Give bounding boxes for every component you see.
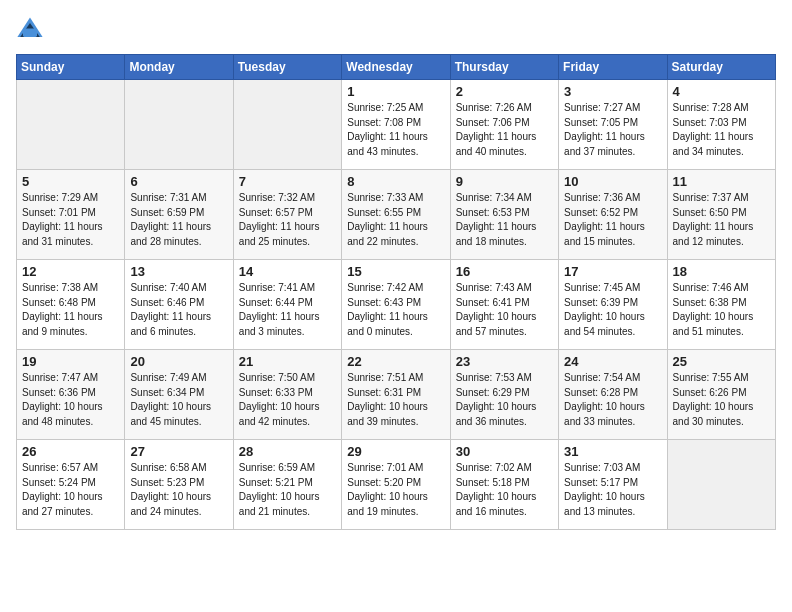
day-info: Sunrise: 7:55 AM Sunset: 6:26 PM Dayligh…	[673, 371, 770, 429]
day-number: 6	[130, 174, 227, 189]
calendar-week-4: 19Sunrise: 7:47 AM Sunset: 6:36 PM Dayli…	[17, 350, 776, 440]
day-info: Sunrise: 7:46 AM Sunset: 6:38 PM Dayligh…	[673, 281, 770, 339]
calendar-cell: 15Sunrise: 7:42 AM Sunset: 6:43 PM Dayli…	[342, 260, 450, 350]
day-info: Sunrise: 7:02 AM Sunset: 5:18 PM Dayligh…	[456, 461, 553, 519]
calendar-cell: 23Sunrise: 7:53 AM Sunset: 6:29 PM Dayli…	[450, 350, 558, 440]
weekday-header-friday: Friday	[559, 55, 667, 80]
calendar-cell: 28Sunrise: 6:59 AM Sunset: 5:21 PM Dayli…	[233, 440, 341, 530]
day-number: 28	[239, 444, 336, 459]
day-number: 21	[239, 354, 336, 369]
day-info: Sunrise: 7:34 AM Sunset: 6:53 PM Dayligh…	[456, 191, 553, 249]
calendar-cell: 8Sunrise: 7:33 AM Sunset: 6:55 PM Daylig…	[342, 170, 450, 260]
day-info: Sunrise: 7:38 AM Sunset: 6:48 PM Dayligh…	[22, 281, 119, 339]
day-number: 22	[347, 354, 444, 369]
day-info: Sunrise: 7:45 AM Sunset: 6:39 PM Dayligh…	[564, 281, 661, 339]
calendar-cell: 4Sunrise: 7:28 AM Sunset: 7:03 PM Daylig…	[667, 80, 775, 170]
calendar-cell: 27Sunrise: 6:58 AM Sunset: 5:23 PM Dayli…	[125, 440, 233, 530]
day-info: Sunrise: 7:33 AM Sunset: 6:55 PM Dayligh…	[347, 191, 444, 249]
calendar-cell: 7Sunrise: 7:32 AM Sunset: 6:57 PM Daylig…	[233, 170, 341, 260]
day-info: Sunrise: 6:58 AM Sunset: 5:23 PM Dayligh…	[130, 461, 227, 519]
page-header	[16, 16, 776, 44]
day-number: 24	[564, 354, 661, 369]
day-info: Sunrise: 7:43 AM Sunset: 6:41 PM Dayligh…	[456, 281, 553, 339]
day-info: Sunrise: 7:51 AM Sunset: 6:31 PM Dayligh…	[347, 371, 444, 429]
calendar-cell: 30Sunrise: 7:02 AM Sunset: 5:18 PM Dayli…	[450, 440, 558, 530]
day-number: 12	[22, 264, 119, 279]
day-number: 16	[456, 264, 553, 279]
day-number: 8	[347, 174, 444, 189]
calendar-table: SundayMondayTuesdayWednesdayThursdayFrid…	[16, 54, 776, 530]
calendar-week-2: 5Sunrise: 7:29 AM Sunset: 7:01 PM Daylig…	[17, 170, 776, 260]
day-number: 4	[673, 84, 770, 99]
day-number: 26	[22, 444, 119, 459]
day-number: 17	[564, 264, 661, 279]
weekday-header-sunday: Sunday	[17, 55, 125, 80]
day-info: Sunrise: 7:27 AM Sunset: 7:05 PM Dayligh…	[564, 101, 661, 159]
calendar-cell: 3Sunrise: 7:27 AM Sunset: 7:05 PM Daylig…	[559, 80, 667, 170]
calendar-cell: 6Sunrise: 7:31 AM Sunset: 6:59 PM Daylig…	[125, 170, 233, 260]
calendar-cell: 9Sunrise: 7:34 AM Sunset: 6:53 PM Daylig…	[450, 170, 558, 260]
day-number: 5	[22, 174, 119, 189]
calendar-cell: 11Sunrise: 7:37 AM Sunset: 6:50 PM Dayli…	[667, 170, 775, 260]
calendar-week-3: 12Sunrise: 7:38 AM Sunset: 6:48 PM Dayli…	[17, 260, 776, 350]
calendar-cell: 25Sunrise: 7:55 AM Sunset: 6:26 PM Dayli…	[667, 350, 775, 440]
day-number: 19	[22, 354, 119, 369]
day-info: Sunrise: 6:57 AM Sunset: 5:24 PM Dayligh…	[22, 461, 119, 519]
calendar-cell: 24Sunrise: 7:54 AM Sunset: 6:28 PM Dayli…	[559, 350, 667, 440]
weekday-header-thursday: Thursday	[450, 55, 558, 80]
logo	[16, 16, 46, 44]
day-number: 30	[456, 444, 553, 459]
calendar-cell: 21Sunrise: 7:50 AM Sunset: 6:33 PM Dayli…	[233, 350, 341, 440]
day-info: Sunrise: 7:37 AM Sunset: 6:50 PM Dayligh…	[673, 191, 770, 249]
day-info: Sunrise: 7:28 AM Sunset: 7:03 PM Dayligh…	[673, 101, 770, 159]
calendar-cell: 19Sunrise: 7:47 AM Sunset: 6:36 PM Dayli…	[17, 350, 125, 440]
calendar-cell: 31Sunrise: 7:03 AM Sunset: 5:17 PM Dayli…	[559, 440, 667, 530]
day-info: Sunrise: 7:49 AM Sunset: 6:34 PM Dayligh…	[130, 371, 227, 429]
day-info: Sunrise: 7:26 AM Sunset: 7:06 PM Dayligh…	[456, 101, 553, 159]
calendar-cell: 5Sunrise: 7:29 AM Sunset: 7:01 PM Daylig…	[17, 170, 125, 260]
calendar-cell: 12Sunrise: 7:38 AM Sunset: 6:48 PM Dayli…	[17, 260, 125, 350]
day-number: 18	[673, 264, 770, 279]
day-info: Sunrise: 7:03 AM Sunset: 5:17 PM Dayligh…	[564, 461, 661, 519]
day-number: 31	[564, 444, 661, 459]
day-info: Sunrise: 6:59 AM Sunset: 5:21 PM Dayligh…	[239, 461, 336, 519]
calendar-cell: 26Sunrise: 6:57 AM Sunset: 5:24 PM Dayli…	[17, 440, 125, 530]
day-info: Sunrise: 7:50 AM Sunset: 6:33 PM Dayligh…	[239, 371, 336, 429]
calendar-cell: 18Sunrise: 7:46 AM Sunset: 6:38 PM Dayli…	[667, 260, 775, 350]
day-number: 13	[130, 264, 227, 279]
day-number: 23	[456, 354, 553, 369]
day-info: Sunrise: 7:41 AM Sunset: 6:44 PM Dayligh…	[239, 281, 336, 339]
day-number: 7	[239, 174, 336, 189]
day-info: Sunrise: 7:29 AM Sunset: 7:01 PM Dayligh…	[22, 191, 119, 249]
calendar-cell: 2Sunrise: 7:26 AM Sunset: 7:06 PM Daylig…	[450, 80, 558, 170]
day-info: Sunrise: 7:31 AM Sunset: 6:59 PM Dayligh…	[130, 191, 227, 249]
day-info: Sunrise: 7:47 AM Sunset: 6:36 PM Dayligh…	[22, 371, 119, 429]
calendar-cell	[17, 80, 125, 170]
logo-icon	[16, 16, 44, 44]
day-info: Sunrise: 7:25 AM Sunset: 7:08 PM Dayligh…	[347, 101, 444, 159]
calendar-cell: 20Sunrise: 7:49 AM Sunset: 6:34 PM Dayli…	[125, 350, 233, 440]
day-number: 25	[673, 354, 770, 369]
day-number: 9	[456, 174, 553, 189]
calendar-cell	[667, 440, 775, 530]
day-info: Sunrise: 7:42 AM Sunset: 6:43 PM Dayligh…	[347, 281, 444, 339]
day-info: Sunrise: 7:40 AM Sunset: 6:46 PM Dayligh…	[130, 281, 227, 339]
calendar-cell: 1Sunrise: 7:25 AM Sunset: 7:08 PM Daylig…	[342, 80, 450, 170]
day-info: Sunrise: 7:54 AM Sunset: 6:28 PM Dayligh…	[564, 371, 661, 429]
svg-rect-2	[23, 29, 37, 37]
weekday-header-saturday: Saturday	[667, 55, 775, 80]
weekday-header-monday: Monday	[125, 55, 233, 80]
day-number: 29	[347, 444, 444, 459]
weekday-header-wednesday: Wednesday	[342, 55, 450, 80]
day-number: 27	[130, 444, 227, 459]
day-info: Sunrise: 7:32 AM Sunset: 6:57 PM Dayligh…	[239, 191, 336, 249]
day-number: 10	[564, 174, 661, 189]
calendar-cell	[125, 80, 233, 170]
day-number: 15	[347, 264, 444, 279]
calendar-cell	[233, 80, 341, 170]
day-number: 2	[456, 84, 553, 99]
day-info: Sunrise: 7:53 AM Sunset: 6:29 PM Dayligh…	[456, 371, 553, 429]
day-number: 1	[347, 84, 444, 99]
day-number: 20	[130, 354, 227, 369]
calendar-cell: 17Sunrise: 7:45 AM Sunset: 6:39 PM Dayli…	[559, 260, 667, 350]
